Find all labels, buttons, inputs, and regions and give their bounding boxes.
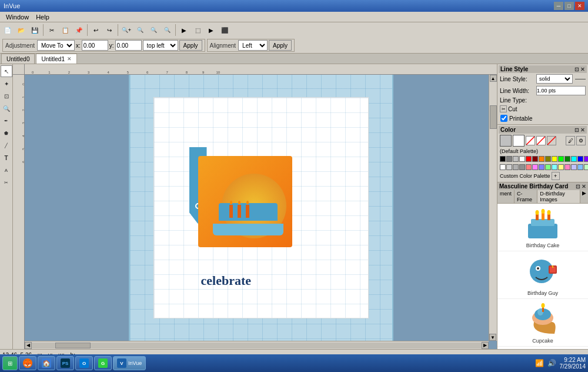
tab-untitled0[interactable]: Untitled0	[1, 54, 35, 64]
color-r2-3[interactable]	[513, 164, 519, 170]
custom-palette-add-btn[interactable]: +	[552, 172, 560, 180]
zoom-in-button[interactable]: 🔍	[133, 24, 146, 36]
stroke-color-swatch[interactable]	[513, 135, 524, 147]
panel-close-icon[interactable]: ✕	[580, 67, 585, 72]
color-panel-close-icon[interactable]: ✕	[580, 127, 585, 133]
taskbar-clock[interactable]: 9:22 AM 7/29/2014	[560, 357, 586, 370]
color-dark-gray[interactable]	[506, 156, 512, 162]
node-tool[interactable]: ✦	[1, 78, 12, 89]
printable-checkbox[interactable]	[500, 115, 507, 122]
fill-color-swatch[interactable]	[500, 135, 512, 147]
menu-window[interactable]: Window	[2, 13, 32, 21]
new-file-button[interactable]: 📄	[1, 24, 14, 36]
color-r2-14[interactable]	[584, 164, 588, 170]
color-purple[interactable]	[584, 156, 588, 162]
taskbar-outlook[interactable]: O	[75, 356, 93, 370]
taskbar-home[interactable]: 🏠	[38, 356, 55, 370]
color-settings-btn[interactable]: ⚙	[576, 136, 586, 145]
color-r2-1[interactable]	[500, 164, 506, 170]
color-lime[interactable]	[558, 156, 564, 162]
y-input[interactable]	[115, 40, 142, 51]
frame-button[interactable]: ⬛	[218, 24, 231, 36]
select-button[interactable]: ▶	[178, 24, 191, 36]
color-panel-float-icon[interactable]: ⊡	[574, 127, 579, 133]
mbc-item-cupcake[interactable]: Cupcake	[497, 299, 588, 347]
color-r2-9[interactable]	[552, 164, 557, 170]
preview-button[interactable]: ▶	[205, 24, 218, 36]
taskbar-firefox[interactable]: 🦊	[19, 356, 36, 370]
undo-button[interactable]: ↩	[89, 24, 102, 36]
color-olive[interactable]	[545, 156, 551, 162]
paste-button[interactable]: 📌	[72, 24, 85, 36]
mbc-item-birthday-guy[interactable]: Birthday Guy	[497, 251, 588, 299]
menu-help[interactable]: Help	[32, 13, 53, 21]
color-r2-2[interactable]	[506, 164, 512, 170]
gradient-tool[interactable]: A	[1, 164, 12, 176]
line-width-input[interactable]	[536, 86, 586, 95]
line-style-select[interactable]: solid dashed dotted	[536, 74, 573, 84]
color-blue[interactable]	[577, 156, 583, 162]
horizontal-scrollbar[interactable]: ◀ ▶	[25, 341, 489, 349]
color-black[interactable]	[500, 156, 506, 162]
systray-network[interactable]: 📶	[535, 359, 544, 367]
alignment-apply-button[interactable]: Apply	[269, 40, 292, 51]
tab-close-icon[interactable]: ✕	[67, 56, 72, 62]
fill-diagonal-swatch[interactable]	[526, 136, 535, 145]
zoom-page-button[interactable]: 🔍	[161, 24, 173, 36]
line-tool[interactable]: ╱	[1, 140, 12, 151]
zoom-tool[interactable]: 🔍	[1, 102, 12, 114]
color-green[interactable]	[564, 156, 570, 162]
color-r2-6[interactable]	[532, 164, 538, 170]
color-r2-8[interactable]	[545, 164, 551, 170]
vertical-scrollbar[interactable]: ▲ ▼	[489, 75, 497, 341]
mbc-tab-ment[interactable]: ment	[497, 190, 514, 203]
stroke-clear-swatch[interactable]	[547, 136, 556, 145]
taskbar-invue[interactable]: V InVue	[113, 356, 146, 370]
color-r2-11[interactable]	[564, 164, 570, 170]
mbc-panel-close-icon[interactable]: ✕	[582, 184, 586, 190]
minimize-button[interactable]: ─	[554, 2, 563, 10]
color-picker-btn[interactable]: 🖊	[566, 136, 575, 145]
panel-float-icon[interactable]: ⊡	[574, 67, 579, 72]
start-button[interactable]: ⊞	[2, 356, 18, 370]
mbc-panel-float-icon[interactable]: ⊡	[576, 184, 580, 190]
color-yellow[interactable]	[552, 156, 557, 162]
cut-tool[interactable]: ✂	[1, 177, 12, 188]
taskbar-app-g[interactable]: G	[94, 356, 112, 370]
mbc-scroll-right[interactable]: ▶	[580, 190, 588, 203]
systray-volume[interactable]: 🔊	[547, 359, 556, 367]
maximize-button[interactable]: □	[564, 2, 574, 10]
fill-button[interactable]: ⬚	[191, 24, 204, 36]
color-cyan[interactable]	[571, 156, 577, 162]
open-file-button[interactable]: 📂	[15, 24, 28, 36]
color-r2-5[interactable]	[526, 164, 532, 170]
pen-tool[interactable]: ✒	[1, 115, 12, 127]
color-red[interactable]	[526, 156, 532, 162]
select-tool[interactable]: ↖	[1, 65, 12, 77]
color-dark-red[interactable]	[532, 156, 538, 162]
adjustment-apply-button[interactable]: Apply	[179, 40, 202, 51]
color-light-gray[interactable]	[513, 156, 519, 162]
close-button[interactable]: ✕	[575, 2, 584, 10]
position-select[interactable]: top left	[143, 40, 178, 51]
color-r2-13[interactable]	[577, 164, 583, 170]
text-tool[interactable]: T	[1, 152, 12, 164]
copy-button[interactable]: 📋	[59, 24, 72, 36]
color-white[interactable]	[519, 156, 525, 162]
taskbar-photoshop[interactable]: PS	[56, 356, 74, 370]
color-orange[interactable]	[539, 156, 544, 162]
redo-button[interactable]: ↪	[103, 24, 116, 36]
color-r2-7[interactable]	[539, 164, 544, 170]
stroke-none-swatch[interactable]	[536, 136, 546, 145]
save-button[interactable]: 💾	[28, 24, 41, 36]
zoom-fit-button[interactable]: 🔍+	[120, 24, 133, 36]
color-r2-4[interactable]	[519, 164, 525, 170]
crop-tool[interactable]: ⊡	[1, 90, 12, 102]
color-r2-10[interactable]	[558, 164, 564, 170]
x-input[interactable]	[82, 40, 108, 51]
mbc-item-birthday-cake[interactable]: Birthday Cake	[497, 204, 588, 251]
mbc-tab-images[interactable]: D-Birthday Images	[537, 190, 580, 203]
color-r2-12[interactable]	[571, 164, 577, 170]
tab-untitled1[interactable]: Untitled1 ✕	[36, 54, 76, 64]
mbc-tab-cframe[interactable]: C-Frame	[514, 190, 537, 203]
